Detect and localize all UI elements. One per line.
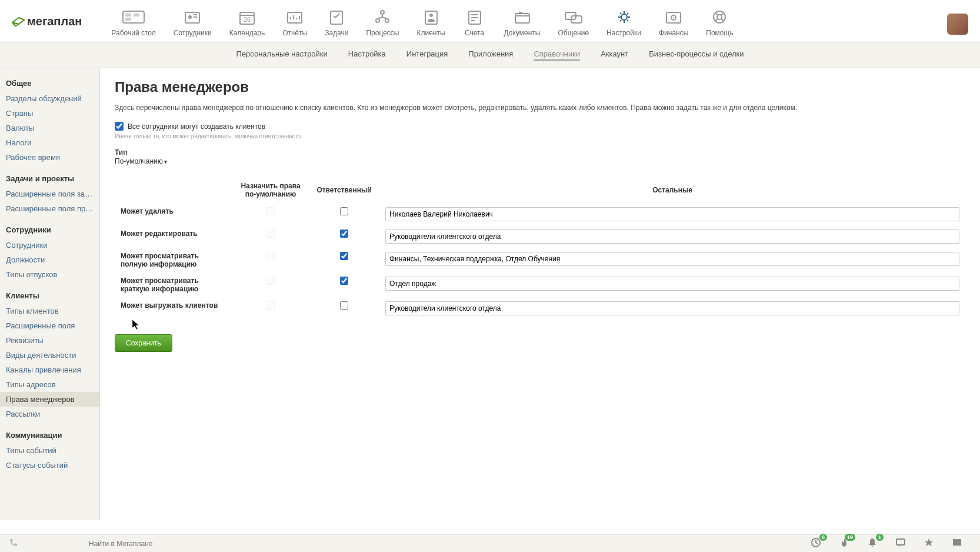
nav-item-4[interactable]: Задачи [325,9,348,37]
svg-point-20 [621,14,627,20]
nav-label: Календарь [229,29,265,37]
others-input[interactable] [385,207,959,221]
nav-icon [612,9,636,25]
logo-text: мегаплан [27,15,82,28]
nav-label: Рабочий стол [111,29,155,37]
nav-item-12[interactable]: Помощь [706,9,733,37]
nav-icon [283,9,306,25]
sidebar-link[interactable]: Валюты [0,121,99,135]
table-row: Может удалять [115,203,965,225]
sub-nav-item[interactable]: Приложения [468,49,513,61]
all-can-create-checkbox[interactable] [115,122,124,131]
page-description: Здесь перечислены права менеджеров по от… [115,102,965,113]
nav-item-7[interactable]: Счета [463,9,486,37]
responsible-checkbox[interactable] [340,207,348,215]
sidebar-link[interactable]: Рассылки [0,407,99,421]
responsible-checkbox[interactable] [340,277,348,285]
sidebar-link[interactable]: Типы адресов [0,377,99,392]
sidebar-link[interactable]: Виды деятельности [0,348,99,363]
save-button[interactable]: Сохранить [115,334,172,352]
nav-label: Помощь [706,29,733,37]
nav-icon [181,9,204,25]
table-row: Может выгружать клиентов [115,297,965,320]
row-label: Может просматривать краткую информацию [115,272,232,297]
sidebar-link[interactable]: Расширенные поля задач [0,187,99,201]
nav-icon [325,9,348,25]
nav-icon [371,9,394,25]
nav-item-5[interactable]: Процессы [366,9,399,37]
sidebar-link[interactable]: Типы клиентов [0,304,99,318]
svg-rect-0 [123,11,144,23]
row-label: Может выгружать клиентов [115,297,232,320]
nav-item-10[interactable]: Настройки [606,9,641,37]
sidebar-link[interactable]: Страны [0,106,99,121]
nav-item-8[interactable]: Документы [504,9,541,37]
svg-rect-4 [185,12,199,23]
others-input[interactable] [385,230,959,244]
nav-icon [122,9,145,25]
table-row: Может редактировать [115,225,965,248]
sidebar-link[interactable]: Рабочее время [0,150,99,165]
nav-item-2[interactable]: 26Календарь [229,9,265,37]
others-input[interactable] [385,252,959,266]
svg-point-5 [188,15,192,19]
nav-item-11[interactable]: Финансы [659,9,688,37]
sub-nav-item[interactable]: Бизнес-процессы и сделки [649,49,744,61]
sidebar-link[interactable]: Типы событий [0,443,99,458]
nav-label: Клиенты [416,29,445,37]
nav-item-0[interactable]: Рабочий стол [111,9,155,37]
others-input[interactable] [385,301,959,315]
row-label: Может редактировать [115,225,232,248]
permissions-table: Назначить права по-умолчаниюОтветственны… [115,177,965,320]
type-dropdown[interactable]: По-умолчанию [115,157,167,165]
sub-nav-item[interactable]: Персональные настройки [236,49,327,61]
default-checkbox [266,277,275,285]
sidebar-link[interactable]: Статусы событий [0,458,99,473]
svg-point-12 [385,19,389,22]
nav-item-6[interactable]: Клиенты [416,9,445,37]
sidebar-link[interactable]: Расширенные поля проек… [0,201,99,216]
nav-item-1[interactable]: Сотрудники [174,9,212,37]
responsible-checkbox[interactable] [340,301,348,310]
sidebar-header: Задачи и проекты [0,171,99,187]
nav-label: Отчёты [282,29,307,37]
svg-rect-16 [515,14,529,23]
svg-point-10 [381,11,384,14]
sidebar-link[interactable]: Разделы обсуждений [0,91,99,106]
table-row: Может просматривать полную информацию [115,248,965,272]
nav-label: Сотрудники [174,29,212,37]
nav-item-3[interactable]: Отчёты [282,9,307,37]
column-header: Остальные [379,177,965,203]
sidebar-header: Клиенты [0,288,99,304]
nav-label: Процессы [366,29,399,37]
svg-rect-1 [125,14,131,16]
default-checkbox [266,252,275,260]
sub-nav-item[interactable]: Аккаунт [601,49,628,61]
svg-rect-2 [134,14,139,16]
svg-rect-17 [519,12,522,14]
nav-item-9[interactable]: Общение [558,9,589,37]
sidebar-link[interactable]: Сотрудники [0,238,99,252]
sub-nav-item[interactable]: Интеграция [406,49,448,61]
sidebar-link[interactable]: Каналы привлечения [0,363,99,377]
responsible-checkbox[interactable] [340,230,348,238]
avatar[interactable] [947,14,968,35]
sidebar-link[interactable]: Реквизиты [0,333,99,348]
sidebar-link[interactable]: Права менеджеров [0,392,99,407]
sidebar-link[interactable]: Расширенные поля [0,318,99,333]
row-label: Может просматривать полную информацию [115,248,232,272]
sub-nav-item[interactable]: Настройка [348,49,386,61]
sub-nav-item[interactable]: Справочники [534,49,580,61]
nav-icon [708,9,731,25]
svg-point-11 [376,19,379,22]
logo[interactable]: мегаплан [12,15,82,28]
sidebar-link[interactable]: Типы отпусков [0,267,99,282]
nav-icon [562,9,585,25]
row-label: Может удалять [115,203,232,225]
responsible-checkbox[interactable] [340,252,348,260]
sidebar-link[interactable]: Налоги [0,135,99,150]
nav-label: Документы [504,29,541,37]
others-input[interactable] [385,277,959,291]
sidebar-link[interactable]: Должности [0,252,99,267]
svg-rect-9 [331,11,342,24]
